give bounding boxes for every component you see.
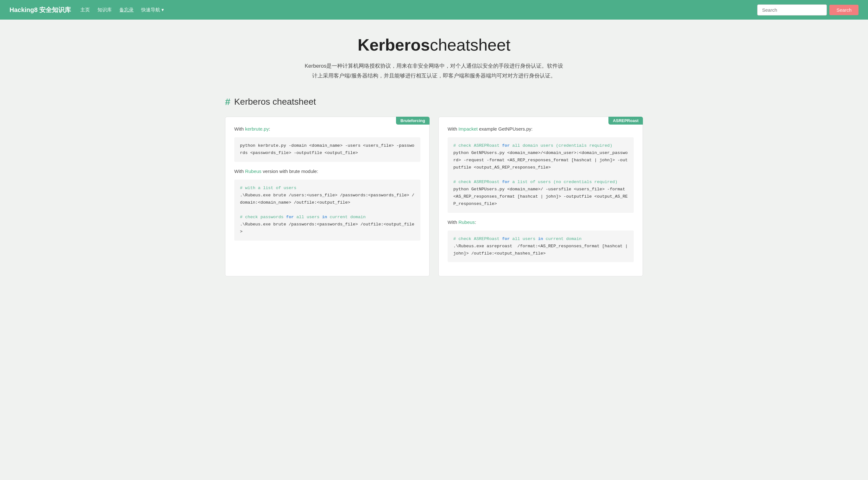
navbar: Hacking8 安全知识库 主页 知识库 备忘录 快速导航 ▾ Search <box>0 0 868 20</box>
nav-notes[interactable]: 备忘录 <box>119 7 133 13</box>
kerbrute-code: python kerbrute.py -domain <domain_name>… <box>234 137 421 162</box>
impacket-code: # check ASREPRoast for all domain users … <box>447 137 634 212</box>
rubeus-brute-code: # with a list of users .\Rubeus.exe brut… <box>234 180 421 241</box>
rubeus-asrep-link[interactable]: Rubeus <box>458 219 475 225</box>
navbar-brand: Hacking8 安全知识库 <box>9 6 71 14</box>
hero-description: Kerberos是一种计算机网络授权协议，用来在非安全网络中，对个人通信以安全的… <box>304 61 564 81</box>
hero-title: Kerberoscheatsheet <box>225 35 643 55</box>
kerbrute-intro: With kerbrute.py: <box>234 125 421 133</box>
hero-title-normal: cheatsheet <box>430 36 510 54</box>
impacket-intro: With Impacket example GetNPUsers.py: <box>447 125 634 133</box>
rubeus-asrep-code: # check ASREPRoast for all users in curr… <box>447 231 634 263</box>
nav-home[interactable]: 主页 <box>81 7 90 13</box>
impacket-link[interactable]: Impacket <box>458 126 478 132</box>
asreproast-card: ASREPRoast With Impacket example GetNPUs… <box>438 117 643 276</box>
rubeus-asrep-intro: With Rubeus: <box>447 218 634 226</box>
nav-quicknav-label: 快速导航 <box>141 7 160 13</box>
rubeus-brute-section: With Rubeus version with brute module: #… <box>234 168 421 241</box>
content-columns: Bruteforcing With kerbrute.py: python ke… <box>225 117 643 276</box>
bruteforcing-badge: Bruteforcing <box>396 117 430 125</box>
kerbrute-link[interactable]: kerbrute.py <box>245 126 269 132</box>
section-header: # Kerberos cheatsheet <box>225 97 643 107</box>
nav-quicknav[interactable]: 快速导航 ▾ <box>141 7 164 13</box>
rubeus-brute-link[interactable]: Rubeus <box>245 169 261 174</box>
section-title: Kerberos cheatsheet <box>234 97 316 107</box>
navbar-links: 主页 知识库 备忘录 快速导航 ▾ <box>81 7 748 13</box>
rubeus-asrep-section: With Rubeus: # check ASREPRoast for all … <box>447 218 634 263</box>
asreproast-badge: ASREPRoast <box>609 117 643 125</box>
impacket-section: With Impacket example GetNPUsers.py: # c… <box>447 125 634 212</box>
main-content: Kerberoscheatsheet Kerberos是一种计算机网络授权协议，… <box>212 20 656 302</box>
rubeus-brute-intro: With Rubeus version with brute module: <box>234 168 421 175</box>
asreproast-card-inner: With Impacket example GetNPUsers.py: # c… <box>439 117 643 276</box>
nav-knowledge[interactable]: 知识库 <box>97 7 112 13</box>
kerbrute-section: With kerbrute.py: python kerbrute.py -do… <box>234 125 421 162</box>
hero-title-bold: Kerberos <box>358 36 430 54</box>
bruteforcing-card: Bruteforcing With kerbrute.py: python ke… <box>225 117 430 276</box>
bruteforcing-card-inner: With kerbrute.py: python kerbrute.py -do… <box>225 117 429 254</box>
search-input[interactable] <box>757 4 827 15</box>
section-hash: # <box>225 97 230 107</box>
navbar-search-area: Search <box>757 4 859 15</box>
search-button[interactable]: Search <box>829 5 859 15</box>
hero-section: Kerberoscheatsheet Kerberos是一种计算机网络授权协议，… <box>225 35 643 81</box>
chevron-down-icon: ▾ <box>161 7 164 13</box>
